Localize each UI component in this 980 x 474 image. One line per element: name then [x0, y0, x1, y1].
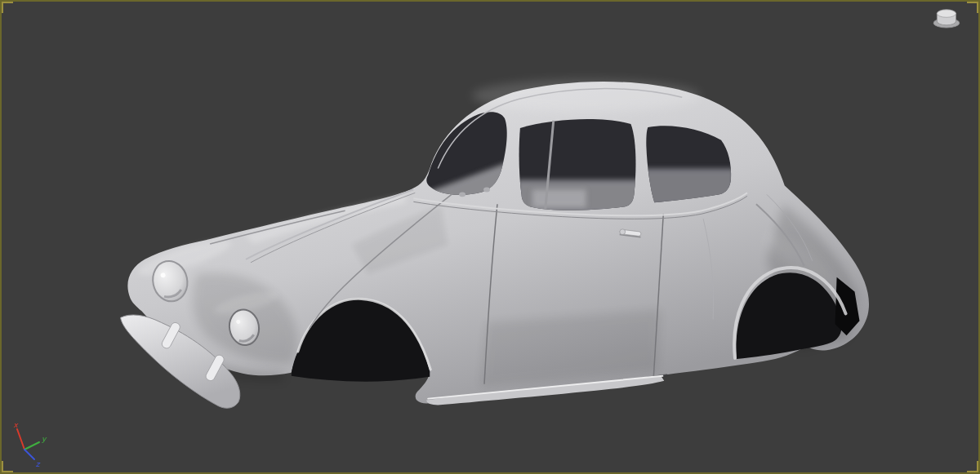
wiper-base-left	[459, 192, 466, 197]
axis-y-label: y	[42, 435, 47, 443]
roof-highlight	[472, 79, 700, 112]
world-axis-icon: x y z	[11, 419, 64, 471]
wiper-base-right	[483, 187, 490, 192]
axis-x-label: x	[13, 421, 19, 429]
3d-viewport[interactable]: x y z	[0, 0, 980, 474]
model-vw-beetle-body[interactable]	[121, 79, 870, 408]
scene-canvas	[2, 2, 978, 472]
axis-z-label: z	[36, 460, 41, 468]
viewcube-icon[interactable]	[929, 5, 965, 36]
